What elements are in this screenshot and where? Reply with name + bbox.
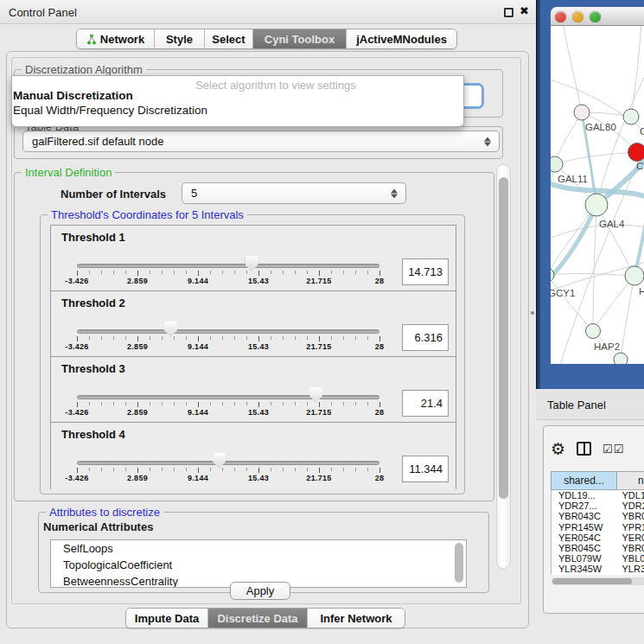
table-row[interactable]: YPR145WYPR1 [552, 522, 644, 532]
network-window-titlebar[interactable] [551, 7, 644, 26]
menu-item-manual-discretization[interactable]: Manual Discretization [13, 89, 133, 102]
slider-tick-label: 28 [375, 408, 385, 417]
threshold-value-field[interactable]: 6.316 [402, 324, 449, 351]
slider-tick [367, 468, 368, 471]
slider-tick [379, 271, 380, 276]
table-hscrollbar[interactable] [552, 577, 644, 585]
table-toolbar: ⚙ ☑☑ [551, 433, 644, 464]
tab-network[interactable]: Network [77, 29, 155, 48]
slider-tick [150, 468, 150, 471]
tab-label: Network [100, 33, 144, 46]
splitter-handle[interactable] [531, 311, 534, 315]
panel-scrollbar[interactable] [496, 164, 511, 569]
table-row[interactable]: YDL19...YDL1 [552, 490, 644, 501]
threshold-value-field[interactable]: 14.713 [402, 258, 449, 285]
network-canvas[interactable]: GAL80GAGAL11CGAL4GCY1HHAP2 [551, 26, 644, 364]
table-row[interactable]: YBR045CYBR0 [552, 543, 644, 553]
panel-scrollbar-thumb[interactable] [499, 177, 508, 499]
table-cell: YDR27... [552, 501, 617, 511]
numerical-attributes-list[interactable]: SelfLoopsTopologicalCoefficientBetweenne… [50, 539, 467, 588]
table-row[interactable]: YDR27...YDR2 [552, 501, 644, 511]
list-scrollbar-thumb[interactable] [455, 543, 463, 583]
network-node-label: HAP2 [594, 341, 620, 352]
desktop-edge [538, 0, 540, 389]
table-data-combo[interactable]: galFiltered.sif default node [22, 131, 500, 152]
close-icon[interactable]: ✖ [520, 4, 529, 17]
minimize-traffic-icon[interactable] [572, 11, 583, 22]
threshold-slider-track[interactable] [77, 264, 379, 268]
table-row[interactable]: YER054CYER0 [552, 532, 644, 543]
network-node[interactable] [586, 324, 601, 339]
tab-jactivemnodules[interactable]: jActiveMNodules [347, 29, 456, 48]
threshold-slider-track[interactable] [77, 329, 379, 334]
bottom-tab-bar: Impute DataDiscretize DataInfer Network [125, 608, 405, 628]
threshold-slider-thumb[interactable] [164, 322, 177, 337]
network-node[interactable] [551, 268, 554, 282]
tab-label: Style [166, 33, 193, 46]
slider-tick [246, 271, 247, 274]
gear-icon[interactable]: ⚙ [551, 441, 565, 457]
slider-tick [198, 468, 199, 473]
table-cell: YBR043C [552, 511, 617, 521]
network-node[interactable] [585, 194, 608, 216]
network-node[interactable] [574, 105, 590, 120]
slider-tick [150, 402, 150, 405]
table-cell: YBL079W [552, 553, 617, 564]
slider-tick [77, 336, 78, 341]
network-node[interactable] [551, 156, 563, 172]
table-row[interactable]: YBR043CYBR0 [552, 511, 644, 521]
table-body[interactable]: YDL19...YDL1YDR27...YDR2YBR043CYBR0YPR14… [551, 490, 644, 575]
tab-cyni-toolbox[interactable]: Cyni Toolbox [253, 29, 347, 48]
slider-tick [246, 468, 247, 471]
slider-tick [222, 336, 223, 340]
table-panel-title: Table Panel [547, 399, 606, 411]
slider-tick [125, 271, 126, 274]
threshold-row: Threshold 1-3.4262.8599.14415.4321.71528… [51, 226, 456, 291]
threshold-slider-thumb[interactable] [309, 387, 322, 403]
threshold-slider-track[interactable] [77, 395, 379, 399]
close-traffic-icon[interactable] [555, 11, 566, 22]
attribute-list-item[interactable]: SelfLoops [51, 540, 466, 557]
zoom-traffic-icon[interactable] [590, 11, 601, 22]
network-node[interactable] [614, 353, 628, 364]
slider-tick [258, 402, 259, 407]
threshold-slider-thumb[interactable] [245, 256, 258, 271]
threshold-row: Threshold 3-3.4262.8599.14415.4321.71528… [51, 357, 456, 423]
slider-tick [222, 271, 223, 274]
threshold-value-field[interactable]: 11.344 [402, 456, 449, 482]
table-hscrollbar-thumb[interactable] [552, 578, 632, 584]
slider-tick [198, 402, 199, 407]
tab-infer-network[interactable]: Infer Network [308, 609, 405, 628]
slider-tick [113, 468, 114, 471]
network-node[interactable] [623, 109, 639, 124]
column-header-name[interactable]: n [617, 471, 644, 490]
tab-discretize-data[interactable]: Discretize Data [208, 609, 308, 628]
table-cell: YIL0 [617, 575, 644, 576]
table-row[interactable]: YIL052CYIL0 [552, 575, 644, 576]
slider-tick [283, 402, 284, 405]
network-node-label: C [636, 161, 643, 171]
columns-icon[interactable] [577, 442, 591, 456]
float-window-icon[interactable] [504, 8, 513, 17]
table-row[interactable]: YLR345WYLR3 [552, 564, 644, 574]
table-cell: YBL0 [617, 553, 644, 564]
tab-select[interactable]: Select [205, 29, 253, 48]
network-node[interactable] [628, 143, 644, 162]
tab-style[interactable]: Style [155, 29, 205, 48]
table-cell: YBR0 [617, 543, 644, 553]
attribute-list-item[interactable]: TopologicalCoefficient [51, 557, 466, 573]
num-intervals-combo[interactable]: 5 [182, 182, 406, 204]
threshold-slider-track[interactable] [77, 461, 379, 465]
slider-tick [319, 468, 320, 473]
table-row[interactable]: YBL079WYBL0 [552, 553, 644, 564]
tab-impute-data[interactable]: Impute Data [126, 609, 208, 628]
network-node[interactable] [625, 266, 644, 285]
threshold-value-field[interactable]: 21.4 [402, 390, 449, 417]
column-header-shared[interactable]: shared... [551, 471, 617, 490]
slider-tick [210, 336, 211, 340]
threshold-slider-thumb[interactable] [213, 453, 226, 469]
menu-item-equal-width-discretization[interactable]: Equal Width/Frequency Discretization [13, 104, 207, 117]
apply-button[interactable]: Apply [230, 582, 290, 600]
slider-tick [258, 271, 259, 276]
checkbox-icon[interactable]: ☑☑ [603, 443, 624, 455]
